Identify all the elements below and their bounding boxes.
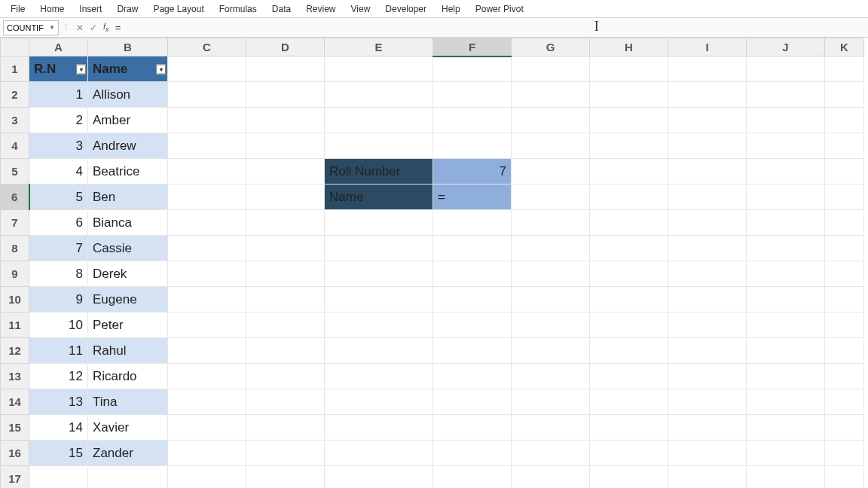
cell-J1[interactable] [747,56,825,82]
cell-E1[interactable] [325,56,433,82]
cell-A12[interactable]: 11 [29,338,88,364]
cell-A2[interactable]: 1 [29,82,88,108]
cell-E6[interactable]: Name [325,185,433,210]
column-header-H[interactable]: H [590,38,668,56]
cell-D4[interactable] [246,133,325,159]
cell-F10[interactable] [433,287,512,313]
cell-C6[interactable] [168,185,246,210]
cell-A6[interactable]: 5 [29,185,88,210]
cell-G10[interactable] [512,287,590,313]
cell-G5[interactable] [512,159,590,185]
cell-K13[interactable] [825,364,864,389]
cell-C7[interactable] [168,210,246,236]
row-header-12[interactable]: 12 [1,338,29,364]
cell-I3[interactable] [668,108,747,133]
cell-E16[interactable] [325,441,433,466]
cell-D1[interactable] [246,56,325,82]
chevron-down-icon[interactable]: ▼ [49,24,55,31]
cell-J13[interactable] [747,364,825,389]
column-header-A[interactable]: A [29,38,88,56]
row-header-10[interactable]: 10 [1,287,29,313]
cell-F5[interactable]: 7 [433,159,512,185]
cell-J17[interactable] [747,466,825,489]
cell-G11[interactable] [512,313,590,338]
cell-I10[interactable] [668,287,747,313]
cell-G16[interactable] [512,441,590,466]
filter-dropdown-icon[interactable]: ▾ [156,64,166,74]
column-header-B[interactable]: B [88,38,168,56]
cell-E8[interactable] [325,236,433,261]
column-header-D[interactable]: D [246,38,325,56]
cell-H10[interactable] [590,287,668,313]
ribbon-tab-file[interactable]: File [3,2,32,16]
cell-J7[interactable] [747,210,825,236]
row-header-15[interactable]: 15 [1,415,29,441]
cell-A3[interactable]: 2 [29,108,88,133]
cell-F13[interactable] [433,364,512,389]
ribbon-tab-formulas[interactable]: Formulas [212,2,264,16]
cell-I9[interactable] [668,261,747,287]
cell-B15[interactable]: Xavier [88,415,168,441]
cell-D12[interactable] [246,338,325,364]
cell-G7[interactable] [512,210,590,236]
row-header-13[interactable]: 13 [1,364,29,389]
cell-B14[interactable]: Tina [88,389,168,415]
cell-F14[interactable] [433,389,512,415]
cell-C8[interactable] [168,236,246,261]
cell-A16[interactable]: 15 [29,441,88,466]
cell-J5[interactable] [747,159,825,185]
cell-G14[interactable] [512,389,590,415]
cell-B9[interactable]: Derek [88,261,168,287]
cell-H12[interactable] [590,338,668,364]
cell-D5[interactable] [246,159,325,185]
cell-G12[interactable] [512,338,590,364]
row-header-4[interactable]: 4 [1,133,29,159]
cell-C11[interactable] [168,313,246,338]
ribbon-tab-review[interactable]: Review [298,2,343,16]
cell-B10[interactable]: Eugene [88,287,168,313]
cell-E5[interactable]: Roll Number [325,159,433,185]
cell-H4[interactable] [590,133,668,159]
cell-D13[interactable] [246,364,325,389]
cell-A10[interactable]: 9 [29,287,88,313]
ribbon-tab-home[interactable]: Home [32,2,72,16]
cell-K11[interactable] [825,313,864,338]
cell-E12[interactable] [325,338,433,364]
ribbon-tab-help[interactable]: Help [434,2,468,16]
cell-K7[interactable] [825,210,864,236]
cell-B13[interactable]: Ricardo [88,364,168,389]
cell-B17[interactable] [88,466,168,489]
cell-I13[interactable] [668,364,747,389]
cell-K10[interactable] [825,287,864,313]
cell-B3[interactable]: Amber [88,108,168,133]
cell-H13[interactable] [590,364,668,389]
cell-K16[interactable] [825,441,864,466]
cell-H8[interactable] [590,236,668,261]
cell-D17[interactable] [246,466,325,489]
cell-G1[interactable] [512,56,590,82]
cell-J6[interactable] [747,185,825,210]
cell-A15[interactable]: 14 [29,415,88,441]
cell-I6[interactable] [668,185,747,210]
cell-G13[interactable] [512,364,590,389]
column-header-J[interactable]: J [747,38,825,56]
cell-C13[interactable] [168,364,246,389]
cell-H15[interactable] [590,415,668,441]
cell-F17[interactable] [433,466,512,489]
cell-B1[interactable]: Name▾ [88,56,168,82]
column-header-E[interactable]: E [325,38,433,56]
cell-G6[interactable] [512,185,590,210]
cell-B5[interactable]: Beatrice [88,159,168,185]
cell-A8[interactable]: 7 [29,236,88,261]
cell-H5[interactable] [590,159,668,185]
row-header-11[interactable]: 11 [1,313,29,338]
ribbon-tab-insert[interactable]: Insert [72,2,109,16]
cell-D2[interactable] [246,82,325,108]
row-header-8[interactable]: 8 [1,236,29,261]
cell-D11[interactable] [246,313,325,338]
cell-H1[interactable] [590,56,668,82]
formula-bar-input[interactable]: = I [112,22,868,33]
cell-G15[interactable] [512,415,590,441]
cell-A13[interactable]: 12 [29,364,88,389]
cell-F11[interactable] [433,313,512,338]
